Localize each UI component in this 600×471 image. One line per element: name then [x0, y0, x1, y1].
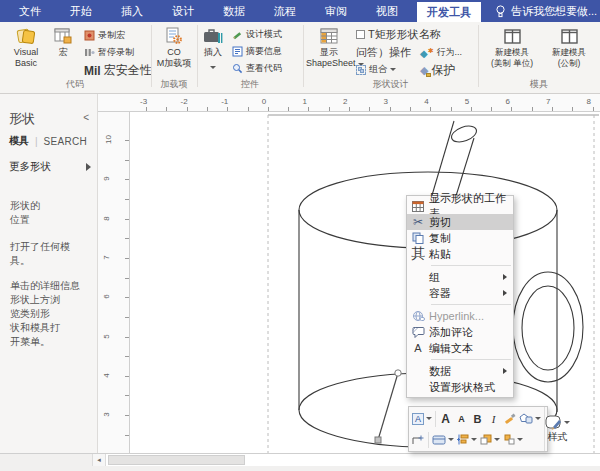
- view-code-button[interactable]: 查看代码: [232, 62, 282, 75]
- container-button[interactable]: [432, 431, 454, 448]
- com-addins-label-1: CO: [153, 47, 195, 58]
- menu-item-data[interactable]: 数据: [407, 363, 513, 379]
- more-shapes-label: 更多形状: [9, 160, 51, 174]
- menu-item-container[interactable]: 容器: [407, 285, 513, 301]
- tell-me-box[interactable]: 告诉我您想要做...: [495, 0, 597, 22]
- tab-search[interactable]: SEARCH: [44, 136, 87, 147]
- menu-item-format-shape[interactable]: 设置形状格式: [407, 379, 513, 395]
- shrink-font-button[interactable]: A: [455, 410, 468, 427]
- horizontal-ruler: -3-2-1012345678: [98, 94, 600, 112]
- macros-button[interactable]: 宏: [48, 25, 78, 58]
- menu-item-show-shapesheet[interactable]: 显示形状的工作表: [407, 198, 513, 214]
- more-shapes-button[interactable]: 更多形状: [9, 160, 91, 174]
- italic-button[interactable]: I: [487, 410, 500, 427]
- lightbulb-icon: [495, 5, 506, 18]
- v-ruler-number: 9: [102, 177, 111, 181]
- summary-info-icon: [232, 46, 243, 57]
- visual-basic-label-1: Visual: [4, 47, 48, 58]
- tab-developer[interactable]: 开发工具: [417, 2, 481, 22]
- connector-button[interactable]: [412, 431, 425, 448]
- h-ruler-number: 8: [587, 97, 591, 106]
- shape-fill-button[interactable]: [519, 410, 541, 427]
- menu-item-label: 剪切: [429, 215, 451, 230]
- scroll-left-button[interactable]: ◂: [93, 454, 106, 466]
- h-ruler-tick: [369, 107, 370, 111]
- line-end-handle: [375, 437, 381, 443]
- tab-review[interactable]: 审阅: [315, 0, 357, 22]
- h-ruler-tick: [268, 107, 269, 111]
- tab-stencils[interactable]: 模具: [9, 134, 29, 148]
- com-addins-button[interactable]: CO M加载项: [153, 25, 195, 69]
- tab-data[interactable]: 数据: [213, 0, 255, 22]
- v-ruler-tick: [125, 376, 129, 377]
- h-ruler-tick: [491, 107, 492, 111]
- new-stencil-metric-button[interactable]: 新建模具 (公制): [543, 25, 595, 69]
- v-ruler-tick: [125, 337, 129, 338]
- pause-recording-button[interactable]: 暂停录制: [84, 46, 134, 59]
- align-icon: [457, 434, 469, 445]
- macro-security-button[interactable]: Mil 宏安全性: [84, 62, 152, 79]
- behavior-button[interactable]: ◆✱ 行为...: [420, 46, 462, 59]
- shape-name-checkbox[interactable]: T矩形形状名称: [356, 27, 441, 42]
- v-ruler-number: 5: [102, 334, 111, 338]
- tab-home[interactable]: 开始: [60, 0, 102, 22]
- macros-label: 宏: [48, 47, 78, 58]
- menu-item-cut[interactable]: ✂ 剪切: [407, 214, 513, 230]
- tab-process[interactable]: 流程: [264, 0, 306, 22]
- protection-button[interactable]: ◆ 保护: [420, 62, 455, 79]
- h-ruler-tick: [146, 107, 147, 111]
- menu-item-hyperlink[interactable]: Hyperlink...: [407, 308, 513, 324]
- group-command-button[interactable]: 组合: [356, 63, 396, 76]
- design-mode-button[interactable]: 设计模式: [232, 28, 282, 41]
- group-button[interactable]: [503, 431, 523, 448]
- h-ruler-tick: [187, 107, 188, 111]
- show-shapesheet-button[interactable]: 显示 ShapeSheet: [306, 25, 352, 69]
- collapse-panel-button[interactable]: <: [83, 112, 89, 123]
- align-button[interactable]: [457, 431, 477, 448]
- scrollbar-thumb[interactable]: [108, 455, 245, 465]
- menu-item-edit-text[interactable]: A 编辑文本: [407, 340, 513, 356]
- h-ruler-number: 3: [384, 97, 388, 106]
- record-macro-label: 录制宏: [98, 29, 125, 42]
- chevron-right-icon: [85, 163, 91, 171]
- h-ruler-tick: [593, 107, 594, 111]
- menu-item-label: 粘贴: [429, 247, 451, 262]
- operations-button[interactable]: 问答）操作: [356, 45, 411, 60]
- v-ruler-number: 3: [102, 412, 111, 416]
- menu-item-copy[interactable]: 复制: [407, 230, 513, 246]
- copy-icon: [407, 232, 429, 244]
- tab-file[interactable]: 文件: [9, 0, 51, 22]
- menu-item-group[interactable]: 组: [407, 269, 513, 285]
- visual-basic-button[interactable]: Visual Basic: [4, 25, 48, 69]
- tab-view[interactable]: 视图: [366, 0, 408, 22]
- drawing-canvas[interactable]: [130, 112, 600, 453]
- record-macro-button[interactable]: 录制宏: [84, 29, 125, 42]
- pause-recording-label: 暂停录制: [98, 46, 134, 59]
- menu-item-add-comment[interactable]: 添加评论: [407, 324, 513, 340]
- summary-info-button[interactable]: 摘要信息: [232, 45, 282, 58]
- ribbon: Visual Basic 宏 录制宏 暂停录制 Mil: [0, 22, 600, 94]
- bold-button[interactable]: B: [471, 410, 484, 427]
- tab-insert[interactable]: 插入: [111, 0, 153, 22]
- com-addins-icon: [153, 25, 195, 47]
- visual-basic-icon: [4, 25, 48, 47]
- toolbar-separator: [428, 432, 429, 448]
- tab-design[interactable]: 设计: [162, 0, 204, 22]
- v-ruler-tick: [125, 160, 129, 161]
- record-macro-icon: [84, 30, 95, 41]
- insert-control-button[interactable]: 插入: [199, 25, 227, 71]
- menu-item-label: 复制: [429, 231, 451, 246]
- h-ruler-tick: [410, 107, 411, 111]
- new-stencil-us-button[interactable]: 新建模具 (美制 单位): [486, 25, 538, 69]
- grow-font-button[interactable]: A: [439, 410, 452, 427]
- v-ruler-tick: [125, 140, 129, 141]
- format-painter-button[interactable]: [503, 410, 516, 427]
- style-button[interactable]: 样式: [544, 407, 570, 451]
- text-style-button[interactable]: A: [412, 410, 432, 427]
- connector-icon: [412, 434, 425, 446]
- bring-forward-button[interactable]: [480, 431, 500, 448]
- menu-item-label: 数据: [429, 364, 451, 379]
- show-shapesheet-label-1: 显示: [306, 47, 352, 58]
- hyperlink-icon: [407, 310, 429, 322]
- menu-item-paste[interactable]: 其 粘贴: [407, 246, 513, 262]
